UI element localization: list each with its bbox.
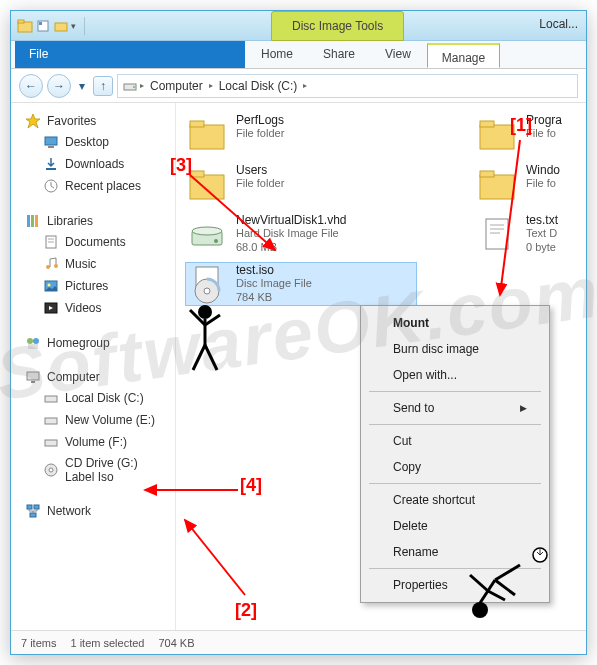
sidebar-header-computer[interactable]: Computer [15, 367, 171, 387]
svg-point-47 [214, 239, 218, 243]
quick-access-toolbar: ▾ [17, 18, 76, 34]
svg-rect-3 [39, 22, 42, 25]
tab-share[interactable]: Share [309, 41, 369, 68]
caret-right-icon[interactable]: ▸ [209, 81, 213, 90]
caret-right-icon[interactable]: ▸ [140, 81, 144, 90]
sidebar-item-music[interactable]: Music [15, 253, 171, 275]
menu-rename[interactable]: Rename [363, 539, 547, 565]
sidebar-header-network[interactable]: Network [15, 501, 171, 521]
star-icon [25, 113, 41, 129]
menu-burn-disc-image[interactable]: Burn disc image [363, 336, 547, 362]
file-perflogs[interactable]: PerfLogsFile folder [186, 113, 416, 155]
submenu-arrow-icon: ▶ [520, 403, 527, 413]
recent-locations-dropdown[interactable]: ▾ [75, 79, 89, 93]
sidebar-header-favorites[interactable]: Favorites [15, 111, 171, 131]
up-button[interactable]: ↑ [93, 76, 113, 96]
music-icon [43, 256, 59, 272]
svg-point-46 [192, 227, 222, 235]
sidebar-item-documents[interactable]: Documents [15, 231, 171, 253]
file-vhd[interactable]: NewVirtualDisk1.vhdHard Disk Image File6… [186, 213, 416, 255]
sidebar-item-pictures[interactable]: Pictures [15, 275, 171, 297]
svg-rect-39 [480, 125, 514, 149]
svg-rect-4 [55, 23, 67, 31]
file-txt[interactable]: tes.txtText D0 byte [476, 213, 576, 255]
svg-rect-42 [190, 171, 204, 177]
svg-rect-43 [480, 175, 514, 199]
menu-cut[interactable]: Cut [363, 428, 547, 454]
tab-manage[interactable]: Manage [427, 43, 500, 68]
cd-drive-icon [43, 462, 59, 478]
svg-rect-26 [28, 344, 38, 349]
status-bar: 7 items 1 item selected 704 KB [11, 630, 586, 654]
svg-rect-28 [31, 381, 35, 383]
forward-button[interactable]: → [47, 74, 71, 98]
back-button[interactable]: ← [19, 74, 43, 98]
folder-icon [186, 113, 228, 155]
menu-create-shortcut[interactable]: Create shortcut [363, 487, 547, 513]
window-title-location: Local... [539, 17, 578, 31]
contextual-tab-label: Disc Image Tools [271, 11, 404, 41]
svg-rect-37 [190, 125, 224, 149]
disc-image-icon [186, 263, 228, 305]
sidebar-item-cd-drive-g[interactable]: CD Drive (G:) Label Iso [15, 453, 171, 487]
breadcrumb-computer[interactable]: Computer [146, 79, 207, 93]
breadcrumb-localdisk[interactable]: Local Disk (C:) [215, 79, 302, 93]
svg-rect-8 [45, 137, 57, 145]
svg-point-21 [48, 284, 51, 287]
menu-mount[interactable]: Mount [363, 310, 547, 336]
svg-rect-29 [45, 396, 57, 402]
svg-rect-36 [30, 513, 36, 517]
drive-icon [122, 78, 138, 94]
title-bar: ▾ Disc Image Tools Local... [11, 11, 586, 41]
svg-point-54 [204, 288, 210, 294]
new-folder-icon[interactable] [53, 18, 69, 34]
tab-file[interactable]: File [15, 41, 245, 68]
computer-icon [25, 369, 41, 385]
svg-rect-44 [480, 171, 494, 177]
svg-rect-1 [18, 20, 24, 23]
pictures-icon [43, 278, 59, 294]
desktop-icon [43, 134, 59, 150]
file-windows[interactable]: WindoFile fo [476, 163, 576, 205]
qat-dropdown-icon[interactable]: ▾ [71, 21, 76, 31]
explorer-icon [17, 18, 33, 34]
sidebar-item-desktop[interactable]: Desktop [15, 131, 171, 153]
menu-copy[interactable]: Copy [363, 454, 547, 480]
sidebar-item-downloads[interactable]: Downloads [15, 153, 171, 175]
sidebar-header-libraries[interactable]: Libraries [15, 211, 171, 231]
sidebar-item-local-disk-c[interactable]: Local Disk (C:) [15, 387, 171, 409]
tab-home[interactable]: Home [247, 41, 307, 68]
breadcrumb[interactable]: ▸ Computer ▸ Local Disk (C:) ▸ [117, 74, 578, 98]
file-iso-selected[interactable]: test.isoDisc Image File784 KB [186, 263, 416, 305]
sidebar-header-homegroup[interactable]: Homegroup [15, 333, 171, 353]
navigation-pane: Favorites Desktop Downloads Recent place… [11, 103, 176, 630]
sidebar-group-computer: Computer Local Disk (C:) New Volume (E:)… [15, 367, 171, 487]
sidebar-item-recent[interactable]: Recent places [15, 175, 171, 197]
sidebar-item-volume-f[interactable]: Volume (F:) [15, 431, 171, 453]
sidebar-item-volume-e[interactable]: New Volume (E:) [15, 409, 171, 431]
navigation-bar: ← → ▾ ↑ ▸ Computer ▸ Local Disk (C:) ▸ [11, 69, 586, 103]
properties-icon[interactable] [35, 18, 51, 34]
svg-rect-38 [190, 121, 204, 127]
drive-icon [43, 434, 59, 450]
menu-properties[interactable]: Properties [363, 572, 547, 598]
network-icon [25, 503, 41, 519]
file-program-files[interactable]: PrograFile fo [476, 113, 576, 155]
svg-rect-12 [27, 215, 30, 227]
tab-view[interactable]: View [371, 41, 425, 68]
svg-rect-14 [35, 215, 38, 227]
text-file-icon [476, 213, 518, 255]
svg-point-25 [33, 338, 39, 344]
file-users[interactable]: UsersFile folder [186, 163, 416, 205]
menu-send-to[interactable]: Send to▶ [363, 395, 547, 421]
folder-icon [476, 113, 518, 155]
svg-point-18 [46, 265, 50, 269]
svg-marker-7 [26, 114, 40, 128]
folder-icon [186, 163, 228, 205]
sidebar-item-videos[interactable]: Videos [15, 297, 171, 319]
downloads-icon [43, 156, 59, 172]
caret-right-icon[interactable]: ▸ [303, 81, 307, 90]
menu-open-with[interactable]: Open with... [363, 362, 547, 388]
recent-icon [43, 178, 59, 194]
menu-delete[interactable]: Delete [363, 513, 547, 539]
